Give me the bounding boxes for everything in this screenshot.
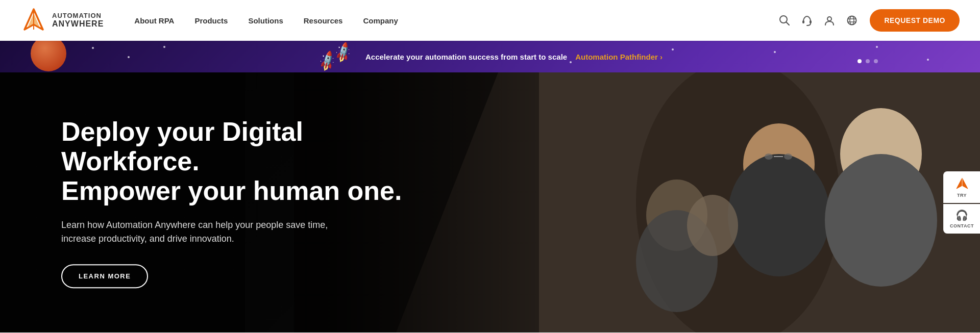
carousel-dots <box>857 59 878 63</box>
try-widget[interactable]: TRY <box>943 171 980 203</box>
logo[interactable]: AUTOMATION ANYWHERE <box>20 7 104 34</box>
carousel-dot-2[interactable] <box>866 59 870 63</box>
nav-icon-group <box>779 15 857 26</box>
logo-icon <box>20 7 47 34</box>
star-decoration <box>774 51 776 53</box>
contact-widget[interactable]: 🎧 CONTACT <box>943 204 980 234</box>
hero-headline-line2: Empower your human one. <box>61 176 402 206</box>
hero-subtext-line2: increase productivity, and drive innovat… <box>61 234 234 244</box>
contact-headset-icon: 🎧 <box>955 209 968 221</box>
star-decoration <box>92 47 94 49</box>
svg-point-23 <box>687 195 738 256</box>
star-decoration <box>927 59 929 61</box>
logo-bottom: ANYWHERE <box>52 19 104 29</box>
svg-point-8 <box>848 16 856 25</box>
hero-subtext: Learn how Automation Anywhere can help y… <box>61 218 347 246</box>
star-decoration <box>128 56 130 58</box>
carousel-dot-3[interactable] <box>874 59 878 63</box>
banner-message: Accelerate your automation success from … <box>365 53 567 61</box>
nav-products[interactable]: Products <box>194 16 228 25</box>
user-icon <box>824 15 835 26</box>
banner-link[interactable]: Automation Pathfinder › <box>575 53 663 61</box>
announcement-banner: 🚀🚀 Accelerate your automation success fr… <box>0 41 980 72</box>
nav-links: About RPA Products Solutions Resources C… <box>134 16 779 25</box>
nav-solutions[interactable]: Solutions <box>248 16 283 25</box>
globe-icon <box>846 15 857 26</box>
logo-text: AUTOMATION ANYWHERE <box>52 12 104 29</box>
globe-button[interactable] <box>846 15 857 26</box>
logo-top: AUTOMATION <box>52 12 104 19</box>
star-decoration <box>672 48 674 50</box>
svg-line-4 <box>787 22 790 25</box>
nav-company[interactable]: Company <box>363 16 398 25</box>
carousel-dot-1[interactable] <box>857 59 862 63</box>
svg-point-9 <box>850 16 854 25</box>
star-decoration <box>570 61 572 63</box>
side-widget-group: TRY 🎧 CONTACT <box>943 171 980 234</box>
planet-decoration <box>31 41 66 71</box>
try-label: TRY <box>957 193 967 198</box>
navbar: AUTOMATION ANYWHERE About RPA Products S… <box>0 0 980 41</box>
hero-learn-more-button[interactable]: LEARN MORE <box>61 264 148 288</box>
svg-point-17 <box>784 153 792 160</box>
star-decoration <box>876 46 878 48</box>
svg-point-7 <box>827 17 831 21</box>
hero-section: Deploy your Digital Workforce. Empower y… <box>0 72 980 332</box>
rocket-decoration: 🚀🚀 <box>315 41 355 72</box>
headset-icon <box>801 15 813 26</box>
svg-point-20 <box>825 154 937 287</box>
banner-arrow: › <box>660 53 663 61</box>
hero-headline: Deploy your Digital Workforce. Empower y… <box>61 117 408 206</box>
hero-subtext-line1: Learn how Automation Anywhere can help y… <box>61 220 328 230</box>
nav-about-rpa[interactable]: About RPA <box>134 16 174 25</box>
contact-label: CONTACT <box>950 223 974 228</box>
svg-rect-5 <box>802 20 804 23</box>
star-decoration <box>163 46 165 48</box>
request-demo-button[interactable]: REQUEST DEMO <box>870 9 960 32</box>
svg-point-16 <box>765 153 773 160</box>
hero-content: Deploy your Digital Workforce. Empower y… <box>61 117 408 288</box>
hero-headline-line1: Deploy your Digital Workforce. <box>61 117 303 176</box>
search-button[interactable] <box>779 15 790 26</box>
user-button[interactable] <box>824 15 835 26</box>
try-icon <box>955 176 969 191</box>
nav-resources[interactable]: Resources <box>304 16 343 25</box>
svg-point-15 <box>728 154 830 276</box>
search-icon <box>779 15 790 26</box>
headset-button[interactable] <box>801 15 813 26</box>
